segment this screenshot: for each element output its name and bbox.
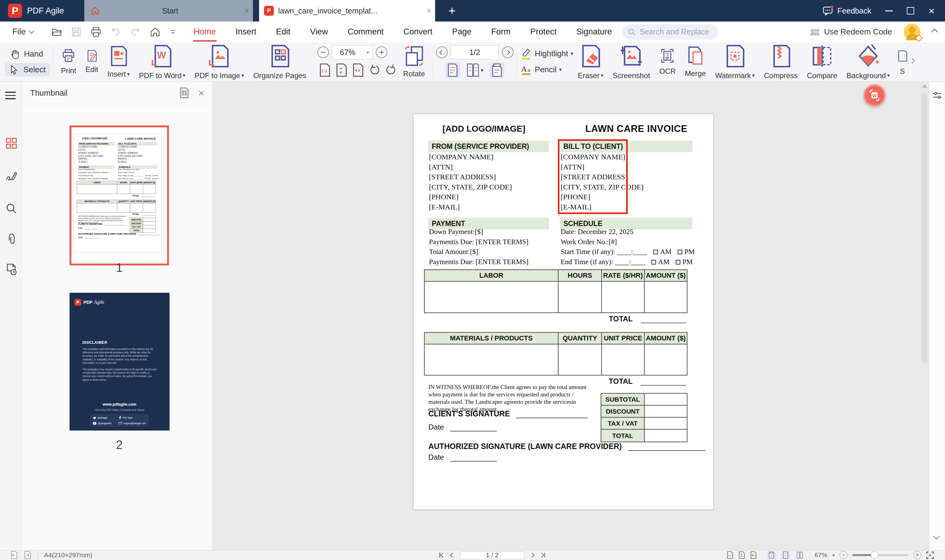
pdf-to-image-button[interactable]: PDF to Image▾ xyxy=(190,44,249,80)
tab-start[interactable]: Start × xyxy=(84,0,253,22)
compare-button[interactable]: Compare xyxy=(802,44,842,80)
tab-document-close-icon[interactable]: × xyxy=(423,6,435,16)
next-page-button[interactable] xyxy=(530,552,535,557)
save-icon[interactable] xyxy=(71,26,82,38)
organize-pages-button[interactable]: Organize Pages xyxy=(249,44,311,80)
hand-tool-button[interactable]: Hand xyxy=(5,47,48,61)
menu-tab-signature[interactable]: Signature xyxy=(576,23,613,41)
tab-document[interactable]: P lawn_care_invoice_templat... × xyxy=(259,0,435,22)
menu-tab-protect[interactable]: Protect xyxy=(530,23,557,41)
fit-width-button[interactable] xyxy=(750,551,757,559)
previous-page-button[interactable] xyxy=(436,46,448,58)
window-minimize-button[interactable] xyxy=(885,11,893,11)
properties-panel-button[interactable] xyxy=(933,91,942,100)
am-checkbox[interactable] xyxy=(653,250,658,254)
menu-tab-comment[interactable]: Comment xyxy=(347,23,384,41)
search-bar[interactable] xyxy=(622,24,718,40)
zoom-slider-knob[interactable] xyxy=(871,551,878,559)
zoom-caret-down-icon[interactable]: ▾ xyxy=(832,552,834,557)
continuous-scroll-view-button[interactable] xyxy=(490,62,504,78)
single-page-view-button[interactable] xyxy=(781,551,790,559)
single-page-view-button[interactable] xyxy=(445,62,460,78)
am-checkbox[interactable] xyxy=(146,175,147,177)
panel-menu-button[interactable] xyxy=(5,92,16,102)
expand-toolbar-chevron-icon[interactable] xyxy=(909,58,914,63)
feedback-button[interactable]: Feedback xyxy=(823,6,871,16)
watermark-button[interactable]: Watermark▾ xyxy=(711,44,760,80)
more-tools-partial-button[interactable]: S xyxy=(895,44,910,80)
caret-down-icon[interactable]: ▾ xyxy=(363,46,372,59)
scroll-down-chevron-icon[interactable] xyxy=(933,533,940,540)
window-maximize-button[interactable] xyxy=(907,7,914,14)
last-page-button[interactable] xyxy=(540,552,545,557)
redeem-code-button[interactable]: Use Redeem Code xyxy=(809,27,892,37)
signature-panel-button[interactable] xyxy=(5,170,17,183)
page-number-input[interactable]: 1/2 xyxy=(451,45,499,59)
undo-icon[interactable] xyxy=(110,26,122,38)
continuous-scroll-view-button[interactable] xyxy=(767,551,776,559)
pdf-to-word-button[interactable]: W PDF to Word▾ xyxy=(134,44,190,80)
pencil-button[interactable]: Pencil xyxy=(535,65,557,74)
zoom-in-button[interactable]: + xyxy=(376,46,387,58)
facing-pages-view-button[interactable]: ▾ xyxy=(466,63,484,77)
fullscreen-button[interactable] xyxy=(926,551,934,559)
pm-checkbox[interactable] xyxy=(678,250,682,254)
home-icon[interactable] xyxy=(149,26,161,38)
menu-tab-view[interactable]: View xyxy=(310,23,328,41)
print-quick-icon[interactable] xyxy=(90,26,102,38)
pm-checkbox[interactable] xyxy=(153,175,154,177)
new-tab-button[interactable]: + xyxy=(444,3,460,18)
compress-button[interactable]: Compress xyxy=(760,44,802,80)
window-close-button[interactable]: × xyxy=(928,6,934,16)
zoom-level-select[interactable]: 67% ▾ xyxy=(332,45,373,59)
print-button[interactable]: Print xyxy=(56,44,81,80)
avatar[interactable] xyxy=(904,24,920,40)
fit-page-button[interactable] xyxy=(738,551,745,559)
page-indicator-input[interactable]: 1 / 2 xyxy=(460,551,524,559)
screenshot-button[interactable]: Screenshot xyxy=(608,44,655,80)
open-file-icon[interactable] xyxy=(51,26,62,38)
page-1-thumbnail[interactable]: [ADD LOGO/IMAGE] LAWN CARE INVOICE FROM … xyxy=(69,125,169,265)
menu-tab-convert[interactable]: Convert xyxy=(403,23,433,41)
menu-tab-page[interactable]: Page xyxy=(452,23,472,41)
collapse-toolbar-chevron-icon[interactable] xyxy=(931,28,938,35)
merge-button[interactable]: Merge xyxy=(680,44,711,80)
zoom-out-button[interactable]: − xyxy=(839,551,848,559)
vertical-scrollbar[interactable] xyxy=(919,82,929,551)
am-checkbox[interactable] xyxy=(651,260,656,265)
customize-toolbar-icon[interactable] xyxy=(169,26,177,38)
invoice-page[interactable]: [ADD LOGO/IMAGE] LAWN CARE INVOICE FROM … xyxy=(74,134,164,253)
next-page-button[interactable] xyxy=(502,46,513,58)
first-page-button[interactable] xyxy=(439,552,445,557)
insert-button[interactable]: Insert▾ xyxy=(103,44,134,80)
tab-start-close-icon[interactable]: × xyxy=(240,6,253,16)
actual-size-button[interactable]: 1:1 xyxy=(317,62,332,78)
menu-tab-form[interactable]: Form xyxy=(490,23,511,41)
menu-tab-insert[interactable]: Insert xyxy=(235,23,257,41)
select-tool-button[interactable]: Select xyxy=(5,63,50,77)
page-2-thumbnail[interactable]: P PDF Agile DISCLAIMER The templates and… xyxy=(69,293,170,431)
fit-page-button[interactable] xyxy=(334,62,348,78)
zoom-in-button[interactable]: + xyxy=(913,551,921,559)
menu-tab-home[interactable]: Home xyxy=(193,23,217,41)
thumbnail-panel-button[interactable] xyxy=(5,137,17,149)
font-color-button[interactable]: A a xyxy=(520,64,532,76)
menu-tab-edit[interactable]: Edit xyxy=(275,23,291,41)
previous-view-icon[interactable] xyxy=(11,551,18,559)
am-checkbox[interactable] xyxy=(145,178,146,179)
pm-checkbox[interactable] xyxy=(676,260,680,265)
edit-button[interactable]: Edit xyxy=(81,44,103,80)
pm-checkbox[interactable] xyxy=(152,178,154,179)
zoom-slider[interactable] xyxy=(853,554,908,556)
rotate-button[interactable]: Rotate xyxy=(398,44,430,80)
redo-icon[interactable] xyxy=(129,26,141,38)
background-button[interactable]: Background▾ xyxy=(842,44,894,80)
ocr-button[interactable]: OCR xyxy=(655,44,680,80)
zoom-out-button[interactable]: − xyxy=(317,46,329,58)
eraser-button[interactable]: Eraser▾ xyxy=(573,44,608,80)
thumbnail-settings-icon[interactable] xyxy=(179,87,190,99)
actual-size-button[interactable]: 1:1 xyxy=(726,551,733,559)
rotate-right-button[interactable] xyxy=(384,62,398,78)
panel-close-icon[interactable]: × xyxy=(198,87,204,99)
attachment-panel-button[interactable] xyxy=(5,233,17,245)
